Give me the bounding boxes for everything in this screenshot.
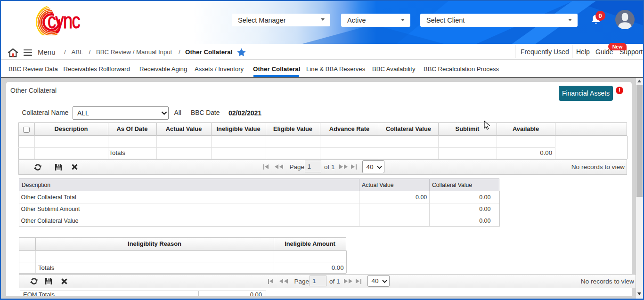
svg-text:cync: cync [48, 9, 80, 33]
